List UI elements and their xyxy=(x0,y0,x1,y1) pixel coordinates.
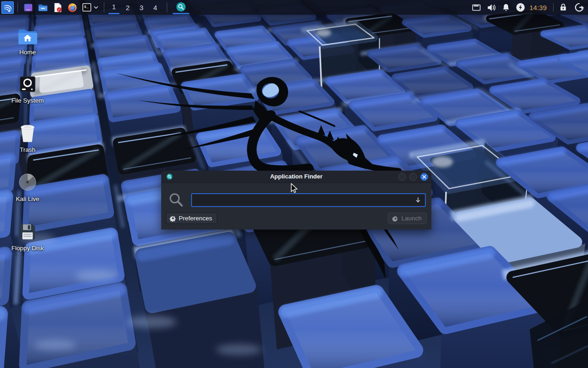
svg-text:$_: $_ xyxy=(84,5,89,9)
